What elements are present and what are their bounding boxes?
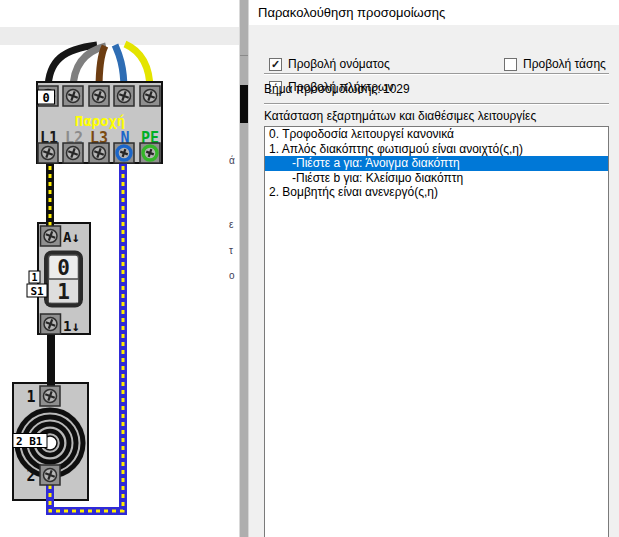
simulation-step-label: Βήμα προσομοίωσης: [264,82,381,96]
status-listbox[interactable]: 0. Τροφοδοσία λειτουργεί κανονικά 1. Απλ… [264,126,609,537]
list-item[interactable]: -Πιέστε b για: Κλείσιμο διακόπτη [265,171,608,186]
dialog-body: ✓ Προβολή ονόματος Προβολή τάσης Προβολή… [249,25,619,537]
separator [264,103,609,105]
separator [264,73,609,75]
checkbox-label: Προβολή ονόματος [288,57,390,71]
checkmark-icon: ✓ [271,59,280,70]
buzzer-terminal-top-label: 1 [26,388,35,406]
list-item[interactable]: 0. Τροφοδοσία λειτουργεί κανονικά [265,127,608,142]
switch-rocker[interactable]: 0 1 [44,251,83,308]
vertical-scrollbar[interactable] [239,0,248,537]
switch-tag-number: 1 [31,272,37,283]
checkbox-label: Προβολή τάσης [523,57,606,71]
list-item[interactable]: 1. Απλός διακόπτης φωτισμού είναι ανοιχτ… [265,142,608,157]
list-item-selected[interactable]: -Πιέστε a για: Άνοιγμα διακόπτη [265,156,608,171]
buzzer-terminal-bottom-label: 2 [26,467,35,485]
checkbox-box[interactable]: ✓ [269,58,282,71]
dialog-titlebar[interactable]: Παρακολούθηση προσομοίωσης [249,0,619,25]
checkbox-show-names[interactable]: ✓ Προβολή ονόματος [269,57,390,71]
simulation-monitor-dialog: Παρακολούθηση προσομοίωσης ✓ Προβολή ονό… [248,0,619,537]
circuit-drawing: Παροχή L1 L2 L3 N PE 0 1 [0,0,239,537]
switch-terminal-top-label: A↓ [63,229,80,245]
switch-pos-1: 1 [57,280,70,304]
power-supply-tag: 0 [42,91,49,105]
checkbox-box[interactable] [504,58,517,71]
switch-terminal-bottom-label: 1↓ [63,318,80,334]
simulation-step-value: 1029 [383,82,410,96]
switch-pos-0: 0 [57,256,70,280]
status-list-title: Κατάσταση εξαρτημάτων και διαθέσιμες λει… [264,109,536,123]
list-item[interactable]: 2. Βομβητής είναι ανενεργό(ς,η) [265,185,608,200]
buzzer-tag: 2 B1 [16,435,43,448]
app-window: ά ε τ ο [0,0,619,537]
switch-tag-name: S1 [30,285,44,298]
circuit-canvas: ά ε τ ο [0,0,239,537]
checkbox-show-voltage[interactable]: Προβολή τάσης [504,57,606,71]
dialog-title: Παρακολούθηση προσομοίωσης [258,5,445,20]
power-supply-name: Παροχή [75,113,126,129]
